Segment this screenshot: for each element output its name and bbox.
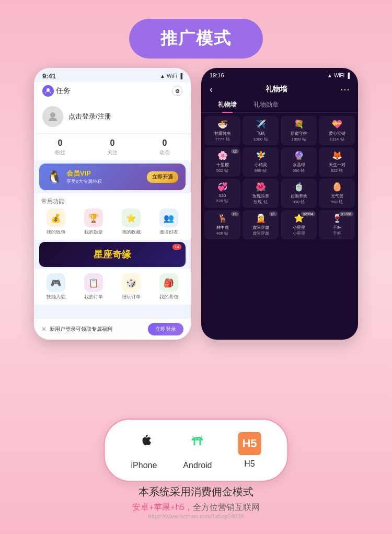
vip-button[interactable]: 立即开通	[147, 171, 178, 183]
phone-header-left: 任务 ⚙	[34, 82, 191, 100]
gift-item-6[interactable]: 🔮 水晶球 666 钻	[281, 147, 317, 177]
gift-item-12[interactable]: 🦌 x1 林中鹿 406 钻	[204, 210, 240, 239]
quick-item-medal[interactable]: 🏆 我的勋章	[76, 208, 111, 236]
quick-item-wallet[interactable]: 💰 我的钱包	[38, 208, 74, 236]
gift-item-15[interactable]: 🍷 x1288 干杯 干杯	[319, 210, 355, 239]
gift-item-7[interactable]: 🦊 天生一对 922 钻	[319, 147, 355, 177]
gift-price-14: 小星星	[293, 230, 305, 236]
gift-item-5[interactable]: 🧚 小精灵 999 钻	[243, 147, 279, 177]
gift-emoji-7: 🦊	[332, 150, 342, 160]
gift-name-7: 天生一对	[329, 162, 345, 168]
gift-price-13: 虚际穿越	[252, 230, 269, 236]
close-icon[interactable]: ✕	[41, 326, 47, 333]
gift-item-11[interactable]: 🥚 元气蛋 500 钻	[319, 179, 355, 208]
page-background: 推广模式 9:41 ▲ WiFi ▐ 任务	[0, 0, 392, 534]
star-banner: 星座奇缘 14	[39, 242, 186, 267]
gift-price-0: 7777 钻	[215, 136, 229, 142]
stat-fans-label: 粉丝	[34, 149, 86, 156]
bag-icon: 🎒	[159, 273, 178, 292]
gift-price-6: 666 钻	[293, 168, 305, 173]
svg-point-0	[47, 88, 50, 91]
gift-item-1[interactable]: ✈️ 飞机 1000 钻	[243, 116, 279, 145]
platform-h5[interactable]: H5 H5	[238, 432, 261, 469]
gift-price-12: 406 钻	[216, 230, 229, 236]
accompany-icon: 🎲	[122, 273, 141, 292]
tab-gift-wall[interactable]: 礼物墙	[210, 97, 245, 112]
medal-label: 我的勋章	[84, 229, 103, 236]
gift-emoji-1: ✈️	[256, 119, 266, 129]
vip-banner: 🐧 会员VIP 享受6大专属特权 立即开通	[39, 164, 186, 190]
gift-price-10: 800 钻	[293, 199, 305, 205]
bag-label: 我的背包	[159, 294, 178, 300]
stat-fans-num: 0	[34, 138, 86, 148]
quick-section: 常用功能 💰 我的钱包 🏆 我的勋章 ⭐ 我的收藏 👥	[34, 193, 191, 240]
gift-item-9[interactable]: 🌺 玫瑰乐章 玫瑰 钻	[243, 179, 279, 208]
gift-name-12: 林中鹿	[216, 225, 229, 230]
stats-row: 0 粉丝 0 关注 0 动态	[34, 134, 191, 160]
platform-android[interactable]: Android	[183, 430, 212, 470]
stat-dynamic: 0 动态	[139, 138, 191, 156]
login-now-button[interactable]: 立即登录	[148, 323, 183, 335]
status-time-left: 9:41	[42, 72, 56, 80]
watermark: https://www.huzhan.com/1shop24039	[0, 513, 392, 519]
more-button[interactable]: ⋯	[340, 84, 350, 95]
stat-follow: 0 关注	[86, 138, 139, 156]
vip-icon: 🐧	[47, 170, 62, 184]
quick-grid: 💰 我的钱包 🏆 我的勋章 ⭐ 我的收藏 👥 邀请好友	[34, 208, 191, 236]
gift-emoji-4: 🌸	[217, 150, 228, 160]
platform-iphone[interactable]: iPhone	[131, 430, 157, 470]
gift-item-8[interactable]: 💞 520 520 钻	[204, 179, 240, 208]
gift-emoji-12: 🦌	[217, 213, 228, 223]
gift-price-7: 922 钻	[331, 168, 343, 173]
gift-item-10[interactable]: 🍵 起泡养炊 800 钻	[281, 179, 317, 208]
gift-item-2[interactable]: 💐 甜蜜守护 1999 钻	[281, 116, 317, 145]
collect-icon: ⭐	[122, 208, 141, 227]
gift-item-13[interactable]: 🧝 x1 虚际穿越 虚际穿越	[243, 210, 279, 239]
gift-item-0[interactable]: 🍜 甘露炖鱼 7777 钻	[204, 116, 240, 145]
highlight-text: 安卓+苹果+h5，	[132, 503, 193, 512]
gift-price-11: 500 钻	[331, 199, 343, 205]
quick-item-order[interactable]: 📋 我的订单	[76, 273, 111, 300]
gift-emoji-2: 💐	[294, 119, 304, 129]
gift-price-8: 520 钻	[216, 198, 229, 204]
quick-item-collect[interactable]: ⭐ 我的收藏	[113, 208, 149, 236]
invite-icon: 👥	[159, 208, 178, 227]
gift-item-14[interactable]: ⭐ x2984 小星星 小星星	[281, 210, 317, 239]
login-text[interactable]: 点击登录/注册	[68, 112, 111, 121]
stat-dynamic-label: 动态	[139, 149, 191, 156]
vip-sub: 享受6大专属特权	[66, 178, 102, 185]
gift-name-0: 甘露炖鱼	[214, 131, 231, 136]
quick-item-skill[interactable]: 🎮 技能入驻	[38, 273, 74, 300]
vip-text-block: 会员VIP 享受6大专属特权	[66, 169, 102, 185]
platform-selector: iPhone Android H5 H5	[104, 419, 289, 482]
wallet-label: 我的钱包	[47, 229, 65, 236]
gift-name-5: 小精灵	[255, 162, 267, 168]
android-label: Android	[183, 461, 212, 470]
section-title: 常用功能	[34, 198, 191, 208]
gift-grid: 🍜 甘露炖鱼 7777 钻 ✈️ 飞机 1000 钻 💐 甜蜜守护 1999 钻…	[201, 113, 358, 242]
iphone-label: iPhone	[131, 461, 157, 470]
gift-item-3[interactable]: 💝 爱心宝键 1314 钻	[319, 116, 355, 145]
stat-follow-num: 0	[86, 138, 139, 148]
h5-icon: H5	[238, 432, 261, 455]
quick-item-invite[interactable]: 👥 邀请好友	[151, 208, 187, 236]
avatar	[42, 106, 63, 127]
quick-item-accompany[interactable]: 🎲 陪玩订单	[113, 273, 149, 300]
gift-name-8: 520	[219, 193, 226, 198]
tab-gift-medal[interactable]: 礼物勋章	[245, 97, 287, 112]
status-bar-left: 9:41 ▲ WiFi ▐	[34, 68, 191, 82]
gift-item-4[interactable]: 🌸 x2 十里樱 502 钻	[204, 147, 240, 177]
gift-emoji-11: 🥚	[332, 182, 342, 192]
back-button[interactable]: ‹	[210, 84, 213, 95]
invite-label: 邀请好友	[159, 229, 178, 236]
gift-name-10: 起泡养炊	[291, 193, 307, 199]
phones-container: 9:41 ▲ WiFi ▐ 任务 ⚙	[16, 68, 376, 340]
gift-name-2: 甜蜜守护	[291, 131, 307, 136]
status-icons-right: ▲ WiFi ▐	[327, 73, 350, 78]
quick-item-bag[interactable]: 🎒 我的背包	[151, 273, 187, 300]
right-phone: 19:16 ▲ WiFi ▐ ‹ 礼物墙 ⋯ 礼物墙 礼物勋章	[201, 68, 358, 340]
gift-emoji-10: 🍵	[294, 182, 304, 192]
gift-price-5: 999 钻	[255, 168, 267, 173]
settings-icon[interactable]: ⚙	[172, 86, 182, 96]
vip-content: 🐧 会员VIP 享受6大专属特权	[47, 169, 102, 185]
